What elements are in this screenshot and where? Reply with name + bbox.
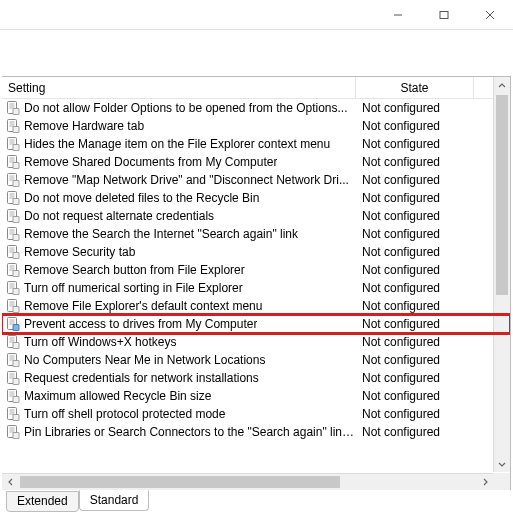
policy-row[interactable]: Do not move deleted files to the Recycle… (2, 189, 510, 207)
svg-rect-58 (13, 289, 19, 295)
policy-setting-cell: Remove the Search the Internet "Search a… (2, 227, 356, 241)
policy-label: Do not move deleted files to the Recycle… (24, 191, 259, 205)
policy-state-label: Not configured (362, 281, 440, 295)
policy-icon (6, 209, 20, 223)
policy-label: Request credentials for network installa… (24, 371, 259, 385)
policy-state-label: Not configured (362, 119, 440, 133)
policy-row[interactable]: Turn off shell protocol protected modeNo… (2, 405, 510, 423)
svg-rect-63 (13, 307, 19, 313)
policy-label: Remove Security tab (24, 245, 135, 259)
policy-label: Turn off shell protocol protected mode (24, 407, 225, 421)
policy-row[interactable]: Remove the Search the Internet "Search a… (2, 225, 510, 243)
column-header-state-label: State (400, 81, 428, 95)
column-header-state[interactable]: State (356, 77, 474, 98)
policy-row[interactable]: Remove Shared Documents from My Computer… (2, 153, 510, 171)
policy-setting-cell: Pin Libraries or Search Connectors to th… (2, 425, 356, 439)
column-header-setting[interactable]: Setting (2, 77, 356, 98)
policy-row[interactable]: Pin Libraries or Search Connectors to th… (2, 423, 510, 441)
policy-label: Remove Search button from File Explorer (24, 263, 245, 277)
policy-state-label: Not configured (362, 137, 440, 151)
policy-row[interactable]: Remove Search button from File ExplorerN… (2, 261, 510, 279)
maximize-button[interactable] (421, 0, 467, 29)
policy-setting-cell: Hides the Manage item on the File Explor… (2, 137, 356, 151)
scroll-thumb-horizontal[interactable] (20, 476, 340, 488)
policy-setting-cell: Do not allow Folder Options to be opened… (2, 101, 356, 115)
close-button[interactable] (467, 0, 513, 29)
policy-row[interactable]: Remove File Explorer's default context m… (2, 297, 510, 315)
column-header-setting-label: Setting (8, 81, 45, 95)
policy-row[interactable]: Do not request alternate credentialsNot … (2, 207, 510, 225)
policy-label: Turn off numerical sorting in File Explo… (24, 281, 243, 295)
minimize-button[interactable] (375, 0, 421, 29)
policy-state-cell: Not configured (356, 101, 474, 115)
svg-rect-28 (13, 181, 19, 187)
policy-setting-cell: Remove Search button from File Explorer (2, 263, 356, 277)
scroll-down-arrow-icon[interactable] (494, 455, 510, 472)
policy-icon (6, 227, 20, 241)
policy-row[interactable]: Request credentials for network installa… (2, 369, 510, 387)
policy-row[interactable]: Maximum allowed Recycle Bin sizeNot conf… (2, 387, 510, 405)
vertical-scrollbar[interactable] (493, 77, 510, 472)
toolbar-gap (0, 30, 513, 76)
policy-state-label: Not configured (362, 371, 440, 385)
policy-row[interactable]: Prevent access to drives from My Compute… (2, 315, 510, 333)
policy-state-label: Not configured (362, 407, 440, 421)
svg-rect-8 (13, 109, 19, 115)
policy-label: Remove "Map Network Drive" and "Disconne… (24, 173, 349, 187)
policy-list-pane: Setting State Do not allow Folder Option… (2, 76, 511, 490)
policy-label: Maximum allowed Recycle Bin size (24, 389, 211, 403)
policy-row[interactable]: Remove Security tabNot configured (2, 243, 510, 261)
policy-state-cell: Not configured (356, 407, 474, 421)
policy-label: Turn off Windows+X hotkeys (24, 335, 176, 349)
policy-icon (6, 245, 20, 259)
policy-icon (6, 281, 20, 295)
policy-state-cell: Not configured (356, 281, 474, 295)
policy-label: Remove Shared Documents from My Computer (24, 155, 277, 169)
policy-row[interactable]: No Computers Near Me in Network Location… (2, 351, 510, 369)
policy-icon (6, 119, 20, 133)
policy-setting-cell: Turn off Windows+X hotkeys (2, 335, 356, 349)
policy-row[interactable]: Hides the Manage item on the File Explor… (2, 135, 510, 153)
policy-label: Remove File Explorer's default context m… (24, 299, 262, 313)
svg-rect-38 (13, 217, 19, 223)
policy-state-cell: Not configured (356, 335, 474, 349)
policy-setting-cell: Request credentials for network installa… (2, 371, 356, 385)
svg-rect-33 (13, 199, 19, 205)
policy-icon (6, 191, 20, 205)
policy-state-cell: Not configured (356, 299, 474, 313)
scroll-thumb-vertical[interactable] (496, 95, 508, 295)
scroll-up-arrow-icon[interactable] (494, 77, 510, 94)
tab-standard[interactable]: Standard (79, 490, 150, 511)
list-body[interactable]: Do not allow Folder Options to be opened… (2, 99, 510, 473)
policy-row[interactable]: Remove "Map Network Drive" and "Disconne… (2, 171, 510, 189)
scrollbar-corner (493, 473, 510, 490)
policy-state-label: Not configured (362, 245, 440, 259)
policy-state-cell: Not configured (356, 245, 474, 259)
horizontal-scrollbar[interactable] (2, 473, 493, 490)
policy-icon (6, 317, 20, 331)
policy-icon (6, 101, 20, 115)
policy-row[interactable]: Do not allow Folder Options to be opened… (2, 99, 510, 117)
policy-row[interactable]: Remove Hardware tabNot configured (2, 117, 510, 135)
svg-rect-68 (13, 325, 19, 331)
policy-icon (6, 353, 20, 367)
scroll-right-arrow-icon[interactable] (476, 478, 493, 486)
tab-extended[interactable]: Extended (6, 491, 79, 512)
policy-row[interactable]: Turn off numerical sorting in File Explo… (2, 279, 510, 297)
scroll-left-arrow-icon[interactable] (2, 478, 19, 486)
policy-state-label: Not configured (362, 101, 440, 115)
tab-extended-label: Extended (17, 494, 68, 508)
policy-setting-cell: Do not move deleted files to the Recycle… (2, 191, 356, 205)
svg-rect-48 (13, 253, 19, 259)
policy-setting-cell: Remove Hardware tab (2, 119, 356, 133)
policy-label: Do not request alternate credentials (24, 209, 214, 223)
svg-rect-13 (13, 127, 19, 133)
policy-state-cell: Not configured (356, 425, 474, 439)
policy-icon (6, 173, 20, 187)
policy-row[interactable]: Turn off Windows+X hotkeysNot configured (2, 333, 510, 351)
policy-icon (6, 137, 20, 151)
policy-state-cell: Not configured (356, 209, 474, 223)
policy-setting-cell: Prevent access to drives from My Compute… (2, 317, 356, 331)
svg-rect-43 (13, 235, 19, 241)
svg-rect-88 (13, 397, 19, 403)
